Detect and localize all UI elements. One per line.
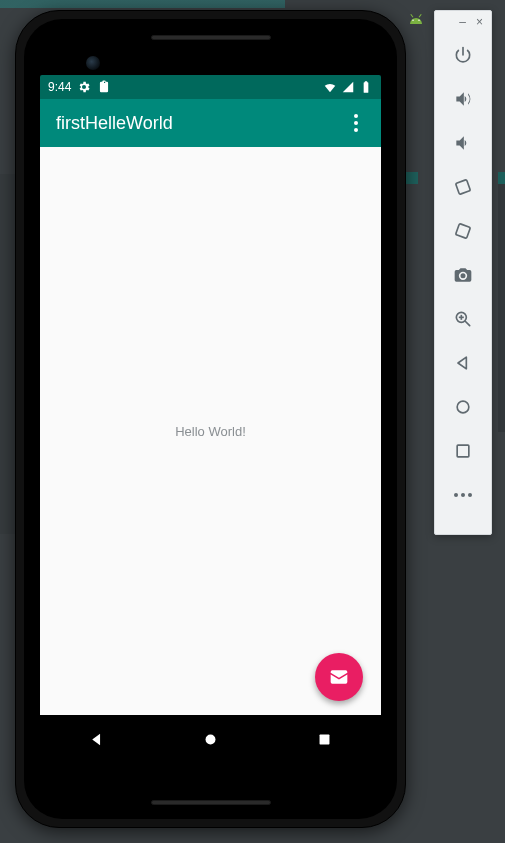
svg-point-4 <box>206 734 216 744</box>
svg-point-0 <box>412 20 414 22</box>
screenshot-button[interactable] <box>440 253 486 297</box>
volume-down-button[interactable] <box>440 121 486 165</box>
app-title: firstHelleWorld <box>56 113 173 134</box>
speaker-bottom <box>151 800 271 805</box>
emulator-sidebar: – × <box>434 10 492 535</box>
triangle-back-icon <box>88 731 105 748</box>
volume-up-button[interactable] <box>440 77 486 121</box>
nav-back-button[interactable] <box>77 719 117 759</box>
power-button[interactable] <box>440 33 486 77</box>
rotate-right-icon <box>453 221 473 241</box>
overflow-menu-button[interactable] <box>347 114 365 132</box>
hello-world-text: Hello World! <box>175 424 246 439</box>
app-bar: firstHelleWorld <box>40 99 381 147</box>
rotate-left-icon <box>453 177 473 197</box>
sidebar-back-button[interactable] <box>440 341 486 385</box>
phone-screen: 9:44 <box>40 75 381 763</box>
app-content: Hello World! <box>40 147 381 715</box>
more-options-button[interactable] <box>440 473 486 517</box>
wifi-icon <box>323 80 337 94</box>
circle-home-icon <box>453 397 473 417</box>
ide-edge-c <box>498 172 505 184</box>
volume-up-icon <box>453 89 473 109</box>
camera-icon <box>453 265 473 285</box>
svg-rect-5 <box>319 734 329 744</box>
gear-icon <box>77 80 91 94</box>
svg-point-1 <box>418 20 420 22</box>
circle-home-icon <box>202 731 219 748</box>
svg-line-2 <box>411 14 413 17</box>
phone-bezel: 9:44 <box>24 19 397 819</box>
speaker-top <box>151 35 271 40</box>
sidebar-recents-button[interactable] <box>440 429 486 473</box>
rotate-left-button[interactable] <box>440 165 486 209</box>
volume-down-icon <box>453 133 473 153</box>
dots-vertical-icon <box>354 114 358 118</box>
svg-point-12 <box>457 401 469 413</box>
ide-bg-stripe <box>0 0 505 8</box>
sidebar-home-button[interactable] <box>440 385 486 429</box>
nav-recents-button[interactable] <box>304 719 344 759</box>
mail-icon <box>329 667 349 687</box>
front-camera <box>86 56 100 70</box>
statusbar-time: 9:44 <box>48 80 71 94</box>
svg-rect-7 <box>456 224 471 239</box>
power-icon <box>453 45 473 65</box>
rotate-right-button[interactable] <box>440 209 486 253</box>
battery-icon <box>359 80 373 94</box>
nav-home-button[interactable] <box>190 719 230 759</box>
clipboard-icon <box>97 80 111 94</box>
emulator-titlebar: – × <box>435 11 491 33</box>
phone-device-frame: 9:44 <box>15 10 406 828</box>
android-status-bar: 9:44 <box>40 75 381 99</box>
square-recents-icon <box>453 441 473 461</box>
fab-mail-button[interactable] <box>315 653 363 701</box>
zoom-button[interactable] <box>440 297 486 341</box>
square-recents-icon <box>316 731 333 748</box>
triangle-back-icon <box>453 353 473 373</box>
ide-edge-a <box>406 172 418 184</box>
ide-edge-b <box>498 172 505 432</box>
signal-icon <box>341 80 355 94</box>
svg-line-9 <box>466 322 470 326</box>
android-nav-bar <box>40 715 381 763</box>
minimize-button[interactable]: – <box>459 15 466 29</box>
svg-line-3 <box>419 14 421 17</box>
svg-rect-13 <box>457 445 469 457</box>
svg-rect-6 <box>456 180 471 195</box>
dots-horizontal-icon <box>454 493 472 497</box>
close-button[interactable]: × <box>476 15 483 29</box>
bugdroid-icon <box>407 10 425 22</box>
zoom-in-icon <box>453 309 473 329</box>
